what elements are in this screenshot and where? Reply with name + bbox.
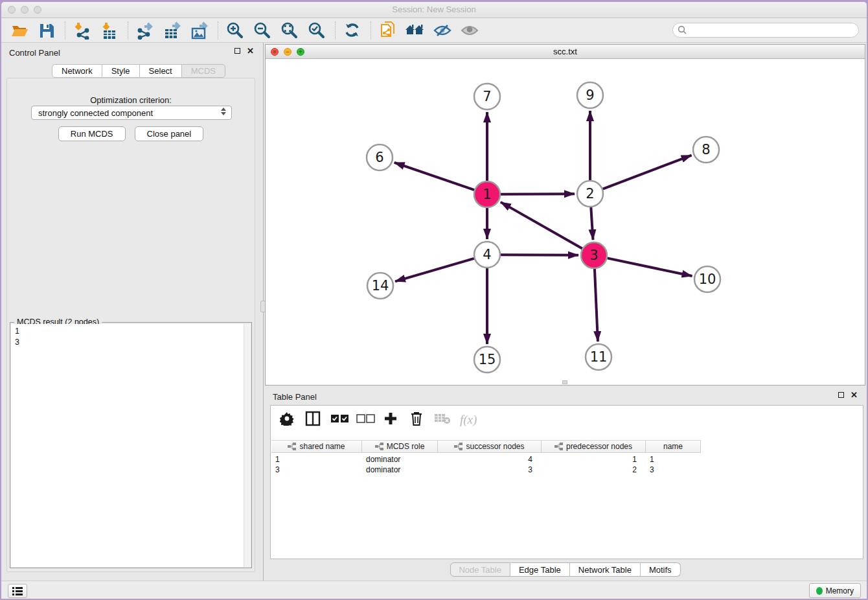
- tab-network-table[interactable]: Network Table: [570, 562, 641, 577]
- network-window-titlebar[interactable]: × − + scc.txt: [266, 45, 865, 59]
- search-input[interactable]: [672, 23, 859, 38]
- add-column-icon[interactable]: [382, 411, 399, 428]
- network-resize-grip[interactable]: [562, 380, 567, 384]
- column-header-mcds-role[interactable]: MCDS role: [362, 441, 438, 452]
- control-panel-tabs: Network Style Select MCDS: [52, 64, 225, 78]
- table-row[interactable]: 3 dominator 3 2 3: [271, 465, 701, 475]
- toolbar-separator: [371, 21, 371, 40]
- eye-icon[interactable]: [458, 21, 481, 40]
- graph-edge-1-6[interactable]: [394, 163, 474, 190]
- graph-edge-3-11[interactable]: [595, 269, 598, 341]
- table-settings-gear-icon[interactable]: [279, 411, 295, 428]
- export-network-icon[interactable]: [133, 21, 157, 40]
- tab-edge-table[interactable]: Edge Table: [510, 562, 570, 577]
- import-table-icon[interactable]: [98, 21, 121, 40]
- graph-edge-4-3[interactable]: [501, 255, 578, 255]
- graph-node-label-7: 7: [483, 89, 491, 104]
- window-title: Session: New Session: [1, 5, 867, 14]
- tab-style[interactable]: Style: [102, 64, 140, 78]
- export-table-icon[interactable]: [161, 21, 184, 40]
- float-table-panel-icon[interactable]: [838, 392, 844, 398]
- criterion-select[interactable]: strongly connected component: [31, 106, 232, 120]
- main-content: Control Panel ✕ Network Style Select MCD…: [1, 43, 867, 581]
- namespace-icon: [288, 443, 296, 450]
- toolbar-separator: [218, 21, 218, 40]
- cell-mcds-role[interactable]: dominator: [362, 454, 438, 465]
- mcds-panel: Optimization criterion: strongly connect…: [6, 78, 255, 572]
- select-stepper-icon: [220, 108, 227, 115]
- graph-node-label-8: 8: [702, 142, 710, 157]
- cell-successor-nodes[interactable]: 3: [438, 465, 542, 475]
- graph-edge-1-2[interactable]: [501, 194, 575, 194]
- zoom-fit-icon[interactable]: [278, 21, 301, 40]
- cell-predecessor-nodes[interactable]: 1: [542, 454, 646, 465]
- table-header-row: shared name MCDS role successor nodes pr…: [271, 440, 701, 453]
- graph-edge-2-3[interactable]: [591, 207, 593, 240]
- import-network-icon[interactable]: [71, 21, 94, 40]
- graph-node-label-11: 11: [590, 349, 608, 365]
- control-panel-title: Control Panel: [9, 48, 60, 58]
- show-task-history-button[interactable]: [8, 584, 27, 598]
- clone-network-icon[interactable]: [376, 21, 400, 40]
- toolbar-separator: [335, 21, 336, 40]
- graph-node-label-3: 3: [589, 248, 598, 263]
- network-graph[interactable]: 7968124314101511: [266, 59, 865, 385]
- show-columns-icon[interactable]: [304, 411, 321, 429]
- column-header-successor-nodes[interactable]: successor nodes: [438, 441, 542, 452]
- export-image-icon[interactable]: [188, 21, 211, 40]
- tab-select[interactable]: Select: [140, 64, 182, 78]
- tab-node-table[interactable]: Node Table: [450, 562, 510, 577]
- graph-node-label-10: 10: [699, 271, 716, 287]
- app-window: Session: New Session: [1, 2, 867, 599]
- graph-edge-2-8[interactable]: [603, 156, 692, 189]
- close-panel-button[interactable]: Close panel: [135, 126, 204, 141]
- memory-button[interactable]: Memory: [809, 583, 861, 598]
- result-scrollbar[interactable]: [244, 324, 251, 567]
- open-file-icon[interactable]: [8, 21, 31, 40]
- graph-edge-3-1[interactable]: [501, 202, 582, 249]
- tab-motifs[interactable]: Motifs: [641, 562, 681, 577]
- run-mcds-button[interactable]: Run MCDS: [58, 126, 126, 141]
- deselect-all-icon[interactable]: [356, 413, 373, 426]
- cell-predecessor-nodes[interactable]: 2: [542, 465, 646, 475]
- table-toolbar: f(x): [271, 406, 863, 434]
- cell-name[interactable]: 1: [646, 454, 701, 465]
- cell-shared-name[interactable]: 1: [271, 454, 362, 465]
- zoom-in-icon[interactable]: [223, 21, 247, 40]
- save-session-icon[interactable]: [35, 21, 58, 40]
- column-header-name[interactable]: name: [646, 441, 701, 452]
- search-icon: [678, 25, 687, 35]
- cell-name[interactable]: 3: [646, 465, 701, 475]
- cell-mcds-role[interactable]: dominator: [362, 465, 438, 475]
- zoom-out-icon[interactable]: [251, 21, 274, 40]
- float-panel-icon[interactable]: [234, 48, 240, 54]
- title-bar: Session: New Session: [1, 2, 867, 18]
- network-canvas[interactable]: 7968124314101511: [266, 59, 865, 385]
- zoom-selected-icon[interactable]: [305, 21, 328, 40]
- cell-shared-name[interactable]: 3: [271, 465, 362, 475]
- status-bar: Memory: [1, 581, 867, 599]
- graph-node-label-9: 9: [586, 87, 594, 103]
- cell-successor-nodes[interactable]: 4: [438, 454, 542, 465]
- column-header-predecessor-nodes[interactable]: predecessor nodes: [542, 441, 646, 452]
- criterion-value: strongly connected component: [38, 108, 153, 118]
- delete-column-icon[interactable]: [408, 411, 425, 429]
- graph-node-label-14: 14: [372, 278, 389, 294]
- column-header-shared-name[interactable]: shared name: [271, 441, 362, 452]
- mcds-result-list[interactable]: 1 3: [11, 324, 244, 567]
- graph-node-label-4: 4: [483, 247, 491, 262]
- table-row[interactable]: 1 dominator 4 1 1: [271, 454, 701, 465]
- home-networks-icon[interactable]: [404, 21, 427, 40]
- toggle-visibility-icon[interactable]: [431, 21, 454, 40]
- control-panel: Control Panel ✕ Network Style Select MCD…: [1, 43, 263, 581]
- graph-edge-3-10[interactable]: [608, 258, 692, 276]
- memory-label: Memory: [826, 586, 854, 595]
- list-icon: [12, 586, 23, 595]
- close-table-panel-icon[interactable]: ✕: [851, 392, 858, 398]
- tab-network[interactable]: Network: [52, 64, 102, 78]
- select-all-icon[interactable]: [330, 413, 347, 426]
- graph-edge-4-14[interactable]: [395, 259, 474, 281]
- refresh-icon[interactable]: [341, 21, 364, 40]
- tab-mcds[interactable]: MCDS: [182, 64, 225, 78]
- close-panel-icon[interactable]: ✕: [247, 48, 254, 54]
